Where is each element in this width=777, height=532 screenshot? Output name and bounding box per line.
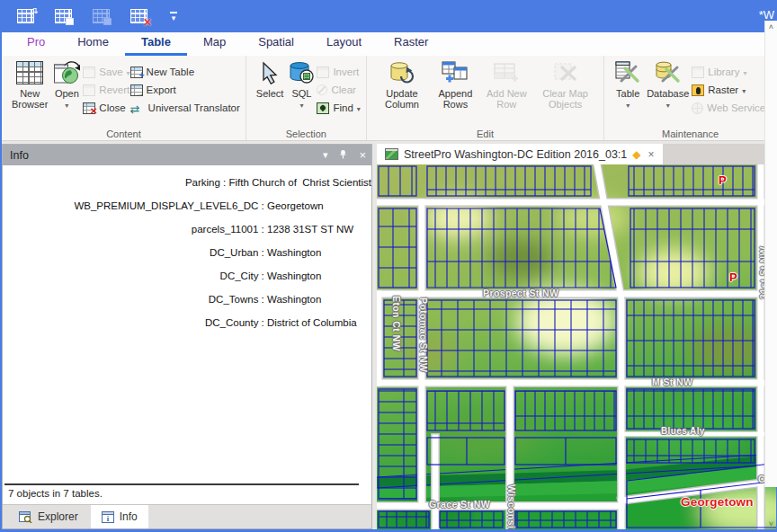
database-dropdown-icon	[666, 99, 670, 111]
panel-pin-icon[interactable]	[338, 149, 348, 161]
table-maintenance-button[interactable]: Table	[612, 58, 644, 111]
info-row[interactable]: DC_City Washington	[3, 264, 371, 288]
info-panel: Info ▾ × Parking Fifth Ch	[2, 144, 372, 529]
save-button: Save	[83, 63, 130, 81]
info-row[interactable]: DC_Towns Washington	[3, 288, 371, 311]
info-scrollbar[interactable]: ˄ ˅	[764, 21, 777, 487]
ribbon-group-selection: Select SQL	[246, 56, 367, 140]
browser-table-icon	[16, 61, 43, 84]
library-dropdown-icon	[743, 66, 746, 77]
map-window: StreetPro Washington-DC Edition 2016_03:…	[377, 144, 776, 529]
table-tools-icon	[614, 60, 641, 85]
export-button[interactable]: → Export	[130, 81, 240, 99]
clear-map-objects-button: Clear Map Objects	[532, 58, 598, 110]
info-row[interactable]: DC_County District of Columbia	[3, 311, 371, 334]
map-tab-title: StreetPro Washington-DC Edition 2016_03:…	[404, 148, 627, 161]
raster-icon	[692, 84, 704, 96]
library-button: Library	[692, 63, 771, 81]
universal-translator-icon: ⇄	[130, 102, 145, 114]
database-tools-icon	[655, 60, 682, 85]
sql-button[interactable]: SQL	[286, 58, 317, 111]
panel-close-icon[interactable]: ×	[359, 150, 366, 160]
place-label-georgetown: Georgetown	[681, 495, 754, 509]
add-new-row-button: Add New Row	[481, 58, 532, 110]
ribbon-group-content: New Browser Open Sav	[2, 56, 246, 140]
street-label-wisconsin: Wisconsin Ave NW	[506, 484, 517, 529]
panel-chevron-down-icon[interactable]: ▾	[323, 150, 328, 160]
library-icon	[692, 66, 704, 78]
save-table-icon	[92, 8, 112, 25]
find-button[interactable]: Find	[317, 99, 360, 117]
map-canvas[interactable]: Prospect St NW M St NW Grace St NW Blues…	[377, 164, 776, 529]
info-row[interactable]: WB_PREMIUM_DISPLAY_LEVEL6_DC Georgetown	[3, 194, 371, 217]
window-title-fragment: *W	[759, 8, 774, 22]
new-table-button[interactable]: + New Table	[130, 63, 240, 81]
street-label-m-st: M St NW	[652, 377, 692, 387]
tab-info[interactable]: i Info	[91, 505, 148, 528]
ribbon: New Browser Open Sav	[2, 56, 776, 141]
open-table-icon[interactable]: ↴	[16, 8, 36, 25]
tab-home[interactable]: Home	[61, 32, 125, 56]
group-label-selection: Selection	[246, 129, 366, 139]
ribbon-group-edit: Update Column Append	[367, 56, 604, 140]
clear-map-objects-icon	[552, 60, 579, 85]
street-label-eton: Eton Ct NW	[391, 296, 402, 351]
close-table-icon: ✕	[83, 102, 95, 114]
raster-button[interactable]: Raster	[692, 81, 771, 99]
map-tab-close-icon[interactable]: ×	[647, 148, 655, 161]
ribbon-group-maintenance: Table Database	[604, 56, 776, 140]
close-all-icon[interactable]: ✕	[130, 8, 149, 25]
table-dropdown-icon	[626, 99, 630, 111]
tab-table[interactable]: Table	[125, 32, 187, 56]
sql-database-icon	[289, 60, 314, 85]
group-label-maintenance: Maintenance	[604, 129, 776, 139]
revert-icon	[83, 84, 95, 96]
customize-quick-access-icon[interactable]: ▾	[167, 12, 180, 22]
tab-explorer[interactable]: Explorer	[8, 505, 89, 528]
sql-dropdown-icon	[299, 99, 303, 111]
tab-spatial[interactable]: Spatial	[242, 32, 310, 56]
street-label-grace: Grace St NW	[429, 499, 490, 510]
info-row[interactable]: Parking Fifth Church of Christ Scientist	[3, 171, 371, 194]
append-rows-icon	[442, 60, 469, 85]
web-services-button: Web Services	[692, 99, 771, 117]
update-column-button[interactable]: Update Column	[374, 58, 430, 110]
street-label-prospect: Prospect St NW	[483, 288, 558, 298]
select-button[interactable]: Select	[254, 58, 287, 99]
tab-map[interactable]: Map	[187, 32, 242, 56]
invert-icon	[317, 66, 329, 78]
save-workspace-icon[interactable]	[54, 8, 74, 25]
find-pin-icon	[317, 102, 329, 114]
close-button[interactable]: ✕ Close	[83, 99, 130, 117]
info-icon: i	[102, 511, 114, 523]
ribbon-tab-strip: Pro Home Table Map Spatial Layout Raster	[2, 32, 776, 56]
clear-icon	[317, 84, 327, 95]
map-document-tab[interactable]: StreetPro Washington-DC Edition 2016_03:…	[377, 144, 663, 164]
scroll-down-icon[interactable]: ˅	[765, 519, 777, 528]
info-row[interactable]: parcels_11001 1238 31ST ST NW	[3, 217, 371, 241]
raster-dropdown-icon	[742, 84, 746, 95]
tab-raster[interactable]: Raster	[378, 32, 444, 56]
map-tab-bar: StreetPro Washington-DC Edition 2016_03:…	[377, 144, 776, 164]
new-browser-button[interactable]: New Browser	[9, 58, 50, 110]
tab-layout[interactable]: Layout	[310, 32, 378, 56]
explorer-icon	[19, 511, 32, 523]
find-dropdown-icon	[357, 102, 361, 113]
tab-pro[interactable]: Pro	[11, 32, 61, 56]
clear-button: Clear	[317, 81, 360, 99]
universal-translator-button[interactable]: ⇄ Universal Translator	[130, 99, 240, 117]
group-label-content: Content	[2, 129, 246, 139]
database-maintenance-button[interactable]: Database	[644, 58, 692, 111]
open-button[interactable]: Open	[50, 58, 83, 111]
scroll-up-icon[interactable]: ˄	[765, 22, 777, 31]
map-thumbnail-icon	[385, 148, 398, 160]
info-status-text: 7 objects in 7 tables.	[3, 485, 371, 504]
street-label-potomac: Potomac St NW	[418, 297, 429, 372]
open-icon	[53, 60, 80, 85]
mapinfo-pro-window: ↴ ✕ ▾ *W Pro Home Table Map Spatial Layo…	[0, 0, 777, 532]
invert-button: Invert	[317, 63, 360, 81]
info-panel-header: Info ▾ ×	[3, 145, 371, 165]
modified-diamond-icon: ◆	[632, 148, 640, 161]
info-row[interactable]: DC_Urban Washington	[3, 241, 371, 264]
append-rows-button[interactable]: Append Rows	[430, 58, 480, 110]
